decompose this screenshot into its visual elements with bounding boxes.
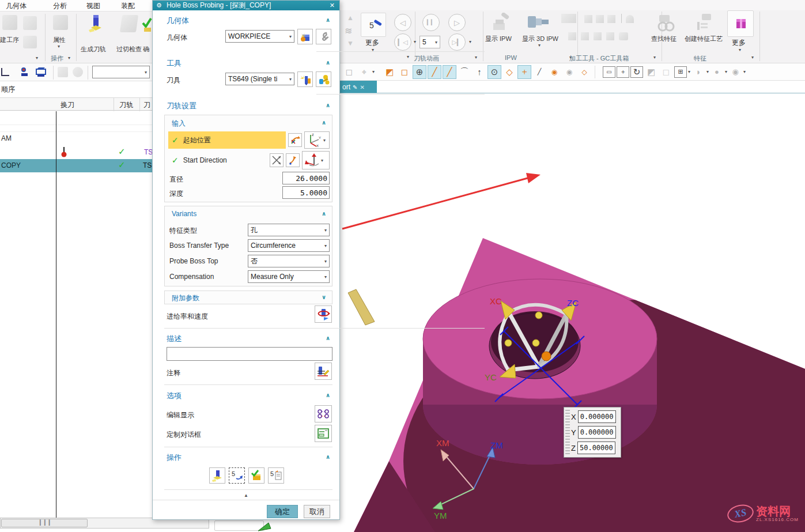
verify-toolpath-label[interactable]: 确 [143,45,149,54]
input-collapse-icon[interactable]: ∧ [322,119,326,126]
tab-geometry[interactable]: 几何体 [6,1,27,11]
start-position-csys-dropdown[interactable]: ▾ [323,138,326,143]
verify-toolpath-icon[interactable] [142,15,152,32]
dialog-close-icon[interactable]: ✕ [330,2,335,9]
playback-rewind-button[interactable]: ◁ [394,14,411,31]
tree-expand-icon[interactable] [1,68,9,76]
variants-collapse-icon[interactable]: ∧ [322,210,326,217]
boss-transfer-type-select[interactable]: Circumference▾ [248,239,330,252]
new-geometry-button[interactable] [297,29,313,44]
more-dropdown-icon[interactable]: ▾ [36,55,38,61]
create-operation-icon[interactable] [2,15,17,30]
rotate-view-icon[interactable]: ↻ [630,66,643,78]
show-3d-ipw-dropdown[interactable]: ▾ [538,43,541,48]
animation-group-dropdown[interactable]: ▾ [475,55,477,60]
machine-tool-view-icon[interactable] [36,67,47,77]
fit-window-dropdown[interactable]: ▾ [688,69,690,74]
create-feature-process-icon[interactable] [694,13,715,32]
coord-z-input[interactable] [577,442,615,454]
gc-icon-flag[interactable] [626,15,634,23]
coordinate-box-drag-handle[interactable] [565,410,570,456]
gc-toolbox-group-dropdown[interactable]: ▾ [653,55,656,60]
feeds-speeds-button[interactable] [315,305,332,323]
skip-end-dropdown[interactable]: ▾ [469,39,471,44]
coord-x-input[interactable] [578,410,616,423]
show-3d-ipw-icon[interactable] [526,12,551,32]
magnify-window-icon[interactable]: ▭ [603,66,615,78]
diameter-input[interactable] [282,172,330,184]
more-left-button[interactable]: 5 [361,13,386,37]
tool-view-icon[interactable] [73,67,83,77]
cube-corner-snap-icon[interactable]: ◻ [398,65,411,79]
variants-subheader[interactable]: Variants [172,210,196,218]
gc-icon-2[interactable] [596,15,604,23]
snap-end-point-icon[interactable]: ⊕ [413,65,426,79]
edit-note-button[interactable] [315,363,332,380]
playback-pause-button[interactable]: ▎▎ [422,14,440,31]
snap-center-point-icon[interactable]: ⊙ [487,65,501,79]
properties-dropdown-icon[interactable]: ▾ [58,44,60,49]
move-down-icon[interactable]: ▼ [347,39,354,47]
feature-group-dropdown[interactable]: ▾ [751,55,754,60]
action-generate-button[interactable] [209,467,225,484]
dialog-title-bar[interactable]: ⚙ Hole Boss Probing - [探测_COPY] ✕ [153,1,339,10]
start-direction-clear-button[interactable] [270,153,284,167]
gouge-check-icon[interactable] [120,15,138,32]
gc-icon-3[interactable] [607,15,615,23]
group1-dropdown[interactable]: ▾ [407,54,409,59]
properties-icon[interactable] [53,15,68,30]
operations-group-dropdown[interactable]: ▾ [68,55,70,61]
hole-boss-probing-dialog[interactable]: ⚙ Hole Boss Probing - [探测_COPY] ✕ 几何体 ∧ … [152,0,340,520]
tab-view[interactable]: 视图 [86,1,100,11]
layers-icon[interactable]: ≋ [345,25,352,36]
column-tool[interactable]: 刀 [143,100,150,110]
tab-assembly[interactable]: 装配 [121,1,135,11]
start-position-pick-button[interactable] [288,133,302,147]
path-settings-collapse-icon[interactable]: ∧ [326,102,330,108]
start-position-row[interactable]: ✓ 起始位置 [168,131,286,149]
options-collapse-icon[interactable]: ∧ [326,392,330,398]
new-tool-button[interactable] [297,71,313,87]
snap-tangent-icon[interactable]: ⌒ [458,65,471,79]
description-header[interactable]: 描述 [167,334,182,344]
snap-point-on-curve-icon[interactable]: ╱ [532,65,546,79]
render-cylinder-icon[interactable]: ● [710,65,724,79]
show-3d-ipw-label[interactable]: 显示 3D IPW [522,35,558,43]
tool-section-header[interactable]: 工具 [167,58,182,69]
snap-point-on-face-icon[interactable]: ◉ [547,65,561,79]
description-input[interactable] [167,347,332,361]
wcs-dynamics-icon[interactable]: ◻ [342,65,356,79]
tool-collapse-icon[interactable]: ∧ [326,59,330,66]
start-position-csys-combo[interactable]: ZYX ▾ [304,131,330,149]
compensation-select[interactable]: Measure Only▾ [248,270,330,283]
tab-analysis[interactable]: 分析 [53,1,67,11]
start-direction-row[interactable]: ✓ Start Direction [168,152,260,168]
file-edit-icon[interactable]: ✎ [353,84,357,90]
options-header[interactable]: 选项 [167,391,182,401]
cut-levels-icon[interactable] [23,16,37,30]
customize-dialog-button[interactable] [315,425,332,442]
action-replay-button[interactable]: 5 [229,467,245,484]
geometry-section-header[interactable]: 几何体 [167,16,189,26]
gc-icon-7[interactable] [606,32,614,40]
action-verify-button[interactable] [248,467,264,484]
start-direction-vector-dropdown[interactable]: ▾ [321,158,323,163]
program-view-icon[interactable] [20,67,30,77]
ok-button[interactable]: 确定 [267,505,298,518]
shaded-cube-icon[interactable]: ◩ [644,65,658,79]
actions-header[interactable]: 操作 [167,452,182,463]
cancel-button[interactable]: 取消 [304,505,330,518]
render-style-dropdown[interactable]: ▾ [743,69,746,74]
pan-view-icon[interactable]: ＋ [617,66,629,78]
probe-boss-top-select[interactable]: 否▾ [248,255,330,267]
fit-window-icon[interactable]: ⊞ [674,66,687,78]
wcs-origin-handle[interactable] [542,352,551,361]
coord-y-input[interactable] [578,426,616,439]
file-tab-active[interactable]: ort ✎ ✕ [340,81,377,93]
geometry-view-icon[interactable] [58,67,68,77]
action-list-button[interactable]: 5 [268,467,284,484]
snap-pole-icon[interactable]: ↑ [473,65,486,79]
start-direction-vector-combo[interactable]: ▾ [302,151,330,169]
geometry-select[interactable]: WORKPIECE▾ [225,30,294,43]
feature-more-dropdown[interactable]: ▾ [739,47,741,52]
